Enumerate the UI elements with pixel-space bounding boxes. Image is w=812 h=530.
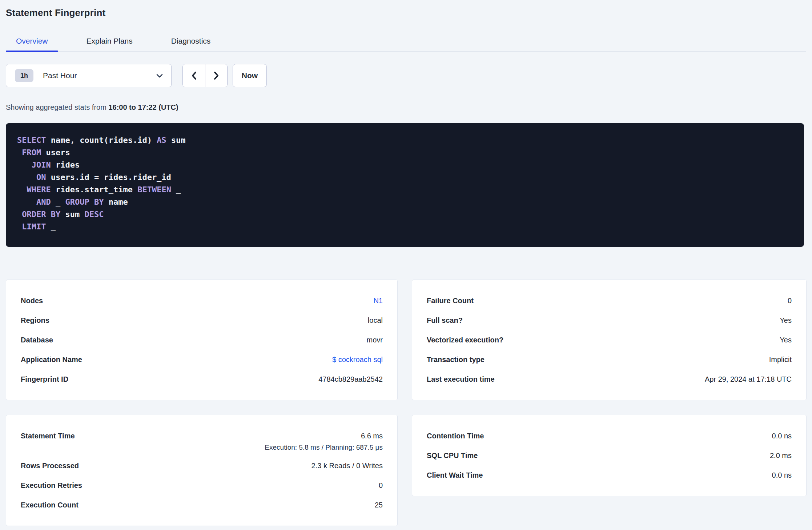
- sql-text: rides.start_time: [51, 185, 137, 194]
- stat-label: Fingerprint ID: [21, 375, 68, 384]
- stat-row: Application Name$ cockroach sql: [21, 350, 383, 369]
- stat-value-wrap: Implicit: [769, 356, 792, 364]
- stat-value: 0: [788, 297, 792, 305]
- stat-value-wrap: movr: [367, 336, 383, 344]
- now-button[interactable]: Now: [233, 64, 267, 87]
- stat-value-wrap: Yes: [780, 336, 792, 344]
- stat-row: Statement Time6.6 msExecution: 5.8 ms / …: [21, 426, 383, 456]
- stat-value-link[interactable]: $ cockroach sql: [332, 356, 383, 364]
- sql-line: LIMIT _: [17, 221, 789, 233]
- time-window-nav: [182, 64, 228, 87]
- stat-label: Application Name: [21, 356, 82, 364]
- stat-value: 4784cb829aab2542: [318, 375, 383, 384]
- stat-value-wrap: 2.3 k Reads / 0 Writes: [311, 462, 383, 470]
- sql-keyword: WHERE: [27, 185, 51, 194]
- sql-keyword: ON: [36, 173, 46, 182]
- stat-value-wrap: 6.6 msExecution: 5.8 ms / Planning: 687.…: [265, 426, 383, 452]
- stat-value-wrap: 0.0 ns: [772, 471, 792, 479]
- stat-value: local: [368, 316, 383, 325]
- stat-value-wrap: 0: [788, 297, 792, 305]
- statement-details-card: NodesN1RegionslocalDatabasemovrApplicati…: [6, 280, 398, 400]
- stat-label: Database: [21, 336, 53, 344]
- sql-keyword: SELECT: [17, 136, 46, 145]
- sql-keyword: GROUP BY: [65, 197, 104, 206]
- sql-line: SELECT name, count(rides.id) AS sum: [17, 134, 789, 146]
- stat-row: Failure Count0: [427, 291, 792, 310]
- stat-value-wrap: Apr 29, 2024 at 17:18 UTC: [705, 375, 792, 384]
- sql-text: _: [46, 222, 56, 231]
- stat-value: 2.3 k Reads / 0 Writes: [311, 462, 383, 470]
- stat-label: Full scan?: [427, 316, 463, 325]
- stat-label: Statement Time: [21, 426, 75, 446]
- stat-label: Rows Processed: [21, 462, 79, 470]
- stat-label: Nodes: [21, 297, 43, 305]
- previous-time-window-button[interactable]: [183, 64, 205, 87]
- stat-row: Last execution timeApr 29, 2024 at 17:18…: [427, 369, 792, 389]
- sql-keyword: BETWEEN: [137, 185, 171, 194]
- stat-row: Vectorized execution?Yes: [427, 330, 792, 350]
- sql-line: AND _ GROUP BY name: [17, 196, 789, 208]
- sql-text: users.id = rides.rider_id: [46, 173, 171, 182]
- sql-keyword: FROM: [22, 148, 41, 157]
- stat-row: Databasemovr: [21, 330, 383, 350]
- stat-value-wrap: 0.0 ns: [772, 432, 792, 440]
- sql-keyword: DESC: [84, 210, 104, 219]
- time-range-dropdown[interactable]: 1h Past Hour: [6, 64, 172, 87]
- stat-label: Contention Time: [427, 432, 484, 440]
- sql-keyword: JOIN: [32, 160, 51, 169]
- stat-value-wrap: 2.0 ms: [770, 451, 792, 460]
- stat-row: Regionslocal: [21, 310, 383, 330]
- stat-value-wrap: 0: [379, 481, 383, 490]
- aggregated-stats-prefix: Showing aggregated stats from: [6, 103, 108, 111]
- stat-label: Execution Retries: [21, 481, 82, 490]
- aggregated-stats-caption: Showing aggregated stats from 16:00 to 1…: [6, 103, 812, 112]
- sql-line: ORDER BY sum DESC: [17, 208, 789, 221]
- tab-diagnostics[interactable]: Diagnostics: [161, 32, 221, 51]
- sql-text: sum: [60, 210, 84, 219]
- page-title: Statement Fingerprint: [6, 7, 812, 19]
- sql-text: [17, 185, 27, 194]
- stat-row: Fingerprint ID4784cb829aab2542: [21, 369, 383, 389]
- stat-row: Execution Count25: [21, 495, 383, 515]
- stat-row: Execution Retries0: [21, 475, 383, 495]
- execution-attributes-card: Failure Count0Full scan?YesVectorized ex…: [412, 280, 807, 400]
- sql-text: users: [41, 148, 70, 157]
- sql-line: FROM users: [17, 146, 789, 159]
- stat-value: 25: [375, 501, 383, 509]
- stat-row: Full scan?Yes: [427, 310, 792, 330]
- sql-statement-box: SELECT name, count(rides.id) AS sum FROM…: [6, 123, 804, 247]
- stat-value-wrap: Yes: [780, 316, 792, 325]
- sql-text: [17, 222, 22, 231]
- stat-value: 2.0 ms: [770, 451, 792, 460]
- sql-text: name, count(rides.id): [46, 136, 157, 145]
- aggregated-stats-range: 16:00 to 17:22 (UTC): [108, 103, 178, 111]
- tab-overview[interactable]: Overview: [6, 32, 58, 51]
- tab-bar: Overview Explain Plans Diagnostics: [6, 32, 806, 52]
- stat-value-wrap: local: [368, 316, 383, 325]
- time-range-label: Past Hour: [43, 71, 156, 80]
- next-time-window-button[interactable]: [205, 64, 227, 87]
- stat-value-wrap: $ cockroach sql: [332, 356, 383, 364]
- stat-value: Implicit: [769, 356, 792, 364]
- stat-subvalue: Execution: 5.8 ms / Planning: 687.5 µs: [265, 443, 383, 452]
- statement-times-card: Statement Time6.6 msExecution: 5.8 ms / …: [6, 415, 398, 526]
- stat-label: Regions: [21, 316, 49, 325]
- statement-fingerprint-page: Statement Fingerprint Overview Explain P…: [0, 0, 812, 526]
- sql-text: _: [171, 185, 181, 194]
- tab-explain-plans[interactable]: Explain Plans: [76, 32, 143, 51]
- stat-row: Rows Processed2.3 k Reads / 0 Writes: [21, 456, 383, 475]
- sql-line: JOIN rides: [17, 159, 789, 171]
- stat-label: Execution Count: [21, 501, 79, 509]
- stat-value: Apr 29, 2024 at 17:18 UTC: [705, 375, 792, 384]
- stat-value: movr: [367, 336, 383, 344]
- sql-text: [17, 160, 32, 169]
- sql-text: rides: [51, 160, 80, 169]
- stat-label: Transaction type: [427, 356, 485, 364]
- stat-label: Client Wait Time: [427, 471, 483, 479]
- stat-value: 0.0 ns: [772, 471, 792, 479]
- sql-line: WHERE rides.start_time BETWEEN _: [17, 184, 789, 196]
- stat-row: Contention Time0.0 ns: [427, 426, 792, 446]
- sql-text: [17, 148, 22, 157]
- stat-value-link[interactable]: N1: [373, 297, 383, 305]
- time-range-badge: 1h: [15, 69, 33, 82]
